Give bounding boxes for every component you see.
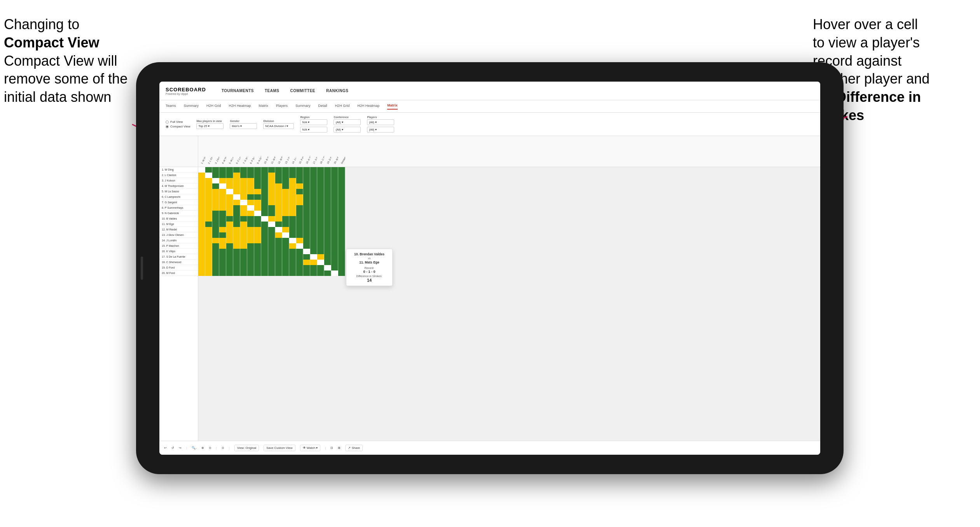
watch-btn[interactable]: 👁 Watch ▾ — [300, 445, 321, 451]
toolbar-share-icon[interactable]: ⊡ — [330, 446, 333, 450]
grid-cell[interactable] — [226, 194, 233, 200]
grid-cell[interactable] — [282, 200, 289, 205]
grid-cell[interactable] — [317, 173, 324, 178]
grid-cell[interactable] — [198, 200, 205, 205]
grid-cell[interactable] — [303, 200, 310, 205]
grid-cell[interactable] — [282, 183, 289, 189]
grid-cell[interactable] — [303, 222, 310, 227]
grid-cell[interactable] — [317, 254, 324, 260]
grid-cell[interactable] — [198, 260, 205, 265]
grid-cell[interactable] — [254, 167, 261, 173]
grid-cell[interactable] — [338, 167, 345, 173]
grid-cell[interactable] — [289, 178, 296, 183]
grid-cell[interactable] — [254, 189, 261, 194]
grid-cell[interactable] — [261, 205, 268, 211]
grid-cell[interactable] — [289, 211, 296, 216]
grid-cell[interactable] — [317, 222, 324, 227]
grid-cell[interactable] — [240, 227, 247, 232]
region-select2[interactable]: N/A ▾ — [300, 127, 327, 133]
grid-cell[interactable] — [310, 249, 317, 254]
grid-cell[interactable] — [282, 243, 289, 249]
grid-cell[interactable] — [268, 194, 275, 200]
grid-cell[interactable] — [331, 243, 338, 249]
grid-cell[interactable] — [205, 254, 212, 260]
grid-cell[interactable] — [324, 194, 331, 200]
grid-cell[interactable] — [289, 238, 296, 243]
grid-cell[interactable] — [289, 205, 296, 211]
grid-cell[interactable] — [282, 222, 289, 227]
grid-cell[interactable] — [296, 254, 303, 260]
grid-cell[interactable] — [226, 260, 233, 265]
grid-cell[interactable] — [317, 205, 324, 211]
grid-cell[interactable] — [296, 205, 303, 211]
grid-cell[interactable] — [247, 194, 254, 200]
grid-cell[interactable] — [282, 194, 289, 200]
grid-cell[interactable] — [268, 216, 275, 222]
grid-cell[interactable] — [275, 265, 282, 270]
grid-cell[interactable] — [198, 211, 205, 216]
tab-detail[interactable]: Detail — [318, 104, 327, 109]
grid-cell[interactable] — [261, 167, 268, 173]
grid-cell[interactable] — [205, 243, 212, 249]
nav-tournaments[interactable]: TOURNAMENTS — [222, 89, 254, 93]
grid-cell[interactable] — [219, 167, 226, 173]
grid-cell[interactable] — [198, 189, 205, 194]
grid-cell[interactable] — [296, 211, 303, 216]
grid-cell[interactable] — [338, 243, 345, 249]
grid-cell[interactable] — [317, 260, 324, 265]
grid-cell[interactable] — [331, 167, 338, 173]
players-select2[interactable]: (All) ▾ — [367, 127, 394, 133]
grid-cell[interactable] — [268, 211, 275, 216]
grid-cell[interactable] — [233, 211, 240, 216]
grid-cell[interactable] — [198, 222, 205, 227]
grid-cell[interactable] — [338, 216, 345, 222]
grid-cell[interactable] — [331, 254, 338, 260]
grid-cell[interactable] — [282, 254, 289, 260]
grid-cell[interactable] — [317, 243, 324, 249]
grid-cell[interactable] — [226, 238, 233, 243]
grid-cell[interactable] — [338, 227, 345, 232]
grid-cell[interactable] — [254, 227, 261, 232]
grid-cell[interactable] — [240, 173, 247, 178]
grid-cell[interactable] — [212, 194, 219, 200]
grid-cell[interactable] — [310, 211, 317, 216]
grid-cell[interactable] — [289, 173, 296, 178]
grid-cell[interactable] — [310, 254, 317, 260]
grid-cell[interactable] — [198, 178, 205, 183]
grid-cell[interactable] — [233, 173, 240, 178]
grid-cell[interactable] — [338, 222, 345, 227]
grid-cell[interactable] — [331, 200, 338, 205]
grid-cell[interactable] — [268, 227, 275, 232]
toolbar-zoom-in[interactable]: ⊙ — [209, 446, 211, 450]
grid-cell[interactable] — [296, 270, 303, 276]
grid-cell[interactable] — [233, 183, 240, 189]
grid-cell[interactable] — [296, 265, 303, 270]
grid-cell[interactable] — [338, 211, 345, 216]
grid-cell[interactable] — [240, 238, 247, 243]
grid-cell[interactable] — [282, 227, 289, 232]
grid-cell[interactable] — [282, 232, 289, 238]
grid-cell[interactable] — [275, 222, 282, 227]
grid-cell[interactable] — [324, 249, 331, 254]
grid-cell[interactable] — [338, 200, 345, 205]
grid-cell[interactable] — [212, 222, 219, 227]
view-original-btn[interactable]: View: Original — [234, 445, 259, 451]
grid-cell[interactable] — [338, 205, 345, 211]
grid-cell[interactable] — [247, 227, 254, 232]
grid-cell[interactable] — [205, 265, 212, 270]
grid-cell[interactable] — [226, 200, 233, 205]
grid-cell[interactable] — [317, 238, 324, 243]
grid-cell[interactable] — [205, 178, 212, 183]
grid-cell[interactable] — [275, 270, 282, 276]
tab-h2h-heatmap1[interactable]: H2H Heatmap — [229, 104, 251, 109]
grid-cell[interactable] — [331, 260, 338, 265]
grid-cell[interactable] — [226, 183, 233, 189]
grid-cell[interactable] — [226, 265, 233, 270]
grid-cell[interactable] — [317, 265, 324, 270]
grid-cell[interactable] — [289, 243, 296, 249]
grid-cell[interactable] — [205, 238, 212, 243]
tab-matrix1[interactable]: Matrix — [259, 104, 269, 109]
grid-cell[interactable] — [240, 254, 247, 260]
tab-h2h-heatmap2[interactable]: H2H Heatmap — [357, 104, 379, 109]
grid-cell[interactable] — [324, 216, 331, 222]
